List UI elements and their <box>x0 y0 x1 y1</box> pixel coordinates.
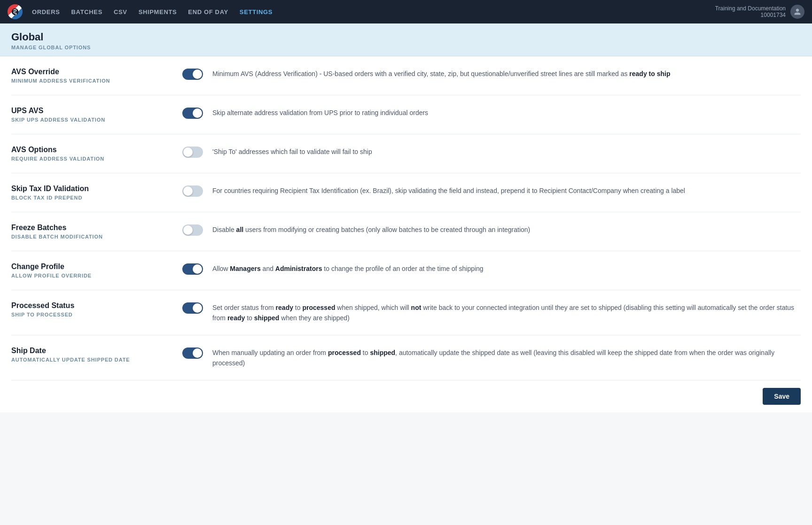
page-title: Global <box>11 31 801 43</box>
setting-name-3: Skip Tax ID Validation <box>11 185 171 193</box>
save-bar: Save <box>11 380 801 412</box>
setting-key-1: SKIP UPS ADDRESS VALIDATION <box>11 117 171 123</box>
toggle-ups-avs[interactable] <box>182 108 203 119</box>
toggle-avs-options[interactable] <box>182 147 203 158</box>
setting-name-2: AVS Options <box>11 146 171 154</box>
setting-desc-0: Minimum AVS (Address Verification) - US-… <box>212 69 670 79</box>
user-info: Training and Documentation 10001734 <box>715 5 804 19</box>
setting-key-3: BLOCK TAX ID PREPEND <box>11 195 171 201</box>
setting-row-skip-tax-id-validation: Skip Tax ID ValidationBLOCK TAX ID PREPE… <box>11 173 801 212</box>
setting-desc-6: Set order status from ready to processed… <box>212 302 801 324</box>
setting-name-4: Freeze Batches <box>11 224 171 232</box>
setting-name-0: AVS Override <box>11 68 171 76</box>
toggle-ship-date[interactable] <box>182 347 203 359</box>
toggle-avs-override[interactable] <box>182 69 203 80</box>
setting-key-0: MINIMUM ADDRESS VERIFICATION <box>11 78 171 84</box>
save-button[interactable]: Save <box>763 388 801 405</box>
user-id: 10001734 <box>715 12 786 18</box>
setting-row-ups-avs: UPS AVSSKIP UPS ADDRESS VALIDATIONSkip a… <box>11 95 801 134</box>
setting-key-4: DISABLE BATCH MODIFICATION <box>11 234 171 239</box>
app-logo[interactable] <box>8 4 23 19</box>
page-subtitle: MANAGE GLOBAL OPTIONS <box>11 45 801 50</box>
setting-name-1: UPS AVS <box>11 107 171 115</box>
setting-name-6: Processed Status <box>11 301 171 310</box>
setting-row-change-profile: Change ProfileALLOW PROFILE OVERRIDEAllo… <box>11 251 801 290</box>
setting-row-processed-status: Processed StatusSHIP TO PROCESSEDSet ord… <box>11 290 801 335</box>
setting-desc-2: 'Ship To' addresses which fail to valida… <box>212 147 372 157</box>
setting-desc-1: Skip alternate address validation from U… <box>212 108 428 118</box>
nav-item-end-of-day[interactable]: END OF DAY <box>182 8 234 15</box>
page-header: Global MANAGE GLOBAL OPTIONS <box>0 23 812 56</box>
setting-name-5: Change Profile <box>11 262 171 271</box>
setting-row-freeze-batches: Freeze BatchesDISABLE BATCH MODIFICATION… <box>11 212 801 251</box>
toggle-skip-tax-id-validation[interactable] <box>182 185 203 197</box>
user-name: Training and Documentation <box>715 5 786 12</box>
nav-item-shipments[interactable]: SHIPMENTS <box>133 8 183 15</box>
setting-key-7: AUTOMATICALLY UPDATE SHIPPED DATE <box>11 357 171 363</box>
setting-key-6: SHIP TO PROCESSED <box>11 312 171 317</box>
nav-item-batches[interactable]: BATCHES <box>66 8 108 15</box>
setting-desc-3: For countries requiring Recipient Tax Id… <box>212 185 685 196</box>
toggle-processed-status[interactable] <box>182 302 203 314</box>
nav-item-settings[interactable]: SETTINGS <box>234 8 278 15</box>
setting-row-avs-override: AVS OverrideMINIMUM ADDRESS VERIFICATION… <box>11 56 801 95</box>
setting-name-7: Ship Date <box>11 347 171 355</box>
toggle-freeze-batches[interactable] <box>182 224 203 236</box>
setting-row-avs-options: AVS OptionsREQUIRE ADDRESS VALIDATION'Sh… <box>11 134 801 173</box>
avatar[interactable] <box>790 5 804 19</box>
setting-desc-5: Allow Managers and Administrators to cha… <box>212 263 484 274</box>
toggle-change-profile[interactable] <box>182 263 203 275</box>
setting-desc-4: Disable all users from modifying or crea… <box>212 224 530 235</box>
nav-item-csv[interactable]: CSV <box>108 8 133 15</box>
settings-content: AVS OverrideMINIMUM ADDRESS VERIFICATION… <box>0 56 812 412</box>
setting-key-5: ALLOW PROFILE OVERRIDE <box>11 273 171 278</box>
setting-row-ship-date: Ship DateAUTOMATICALLY UPDATE SHIPPED DA… <box>11 335 801 380</box>
nav-item-orders[interactable]: ORDERS <box>26 8 66 15</box>
setting-desc-7: When manually updating an order from pro… <box>212 347 801 369</box>
navigation: ORDERSBATCHESCSVSHIPMENTSEND OF DAYSETTI… <box>0 0 812 23</box>
setting-key-2: REQUIRE ADDRESS VALIDATION <box>11 156 171 162</box>
